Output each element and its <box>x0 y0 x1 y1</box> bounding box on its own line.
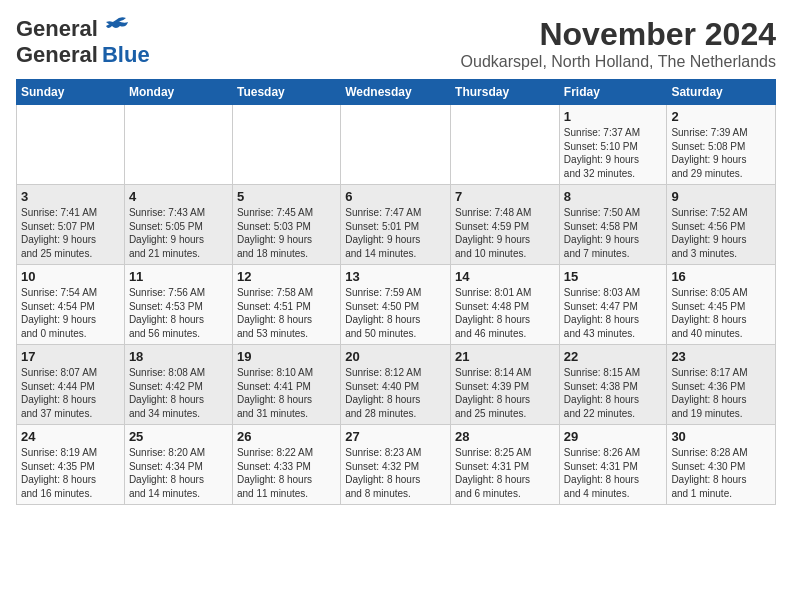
calendar-cell: 30Sunrise: 8:28 AM Sunset: 4:30 PM Dayli… <box>667 425 776 505</box>
header-sunday: Sunday <box>17 80 125 105</box>
day-info: Sunrise: 8:07 AM Sunset: 4:44 PM Dayligh… <box>21 366 120 420</box>
day-info: Sunrise: 7:39 AM Sunset: 5:08 PM Dayligh… <box>671 126 771 180</box>
logo: General General Blue <box>16 16 150 68</box>
calendar-cell: 15Sunrise: 8:03 AM Sunset: 4:47 PM Dayli… <box>559 265 667 345</box>
day-number: 30 <box>671 429 771 444</box>
day-info: Sunrise: 8:05 AM Sunset: 4:45 PM Dayligh… <box>671 286 771 340</box>
calendar-cell: 18Sunrise: 8:08 AM Sunset: 4:42 PM Dayli… <box>124 345 232 425</box>
day-number: 18 <box>129 349 228 364</box>
week-row-3: 10Sunrise: 7:54 AM Sunset: 4:54 PM Dayli… <box>17 265 776 345</box>
calendar-cell: 19Sunrise: 8:10 AM Sunset: 4:41 PM Dayli… <box>232 345 340 425</box>
calendar-cell: 12Sunrise: 7:58 AM Sunset: 4:51 PM Dayli… <box>232 265 340 345</box>
day-number: 2 <box>671 109 771 124</box>
day-info: Sunrise: 8:25 AM Sunset: 4:31 PM Dayligh… <box>455 446 555 500</box>
calendar-cell <box>451 105 560 185</box>
day-info: Sunrise: 7:47 AM Sunset: 5:01 PM Dayligh… <box>345 206 446 260</box>
week-row-4: 17Sunrise: 8:07 AM Sunset: 4:44 PM Dayli… <box>17 345 776 425</box>
page-header: General General Blue November 2024 Oudka… <box>16 16 776 71</box>
day-number: 27 <box>345 429 446 444</box>
day-info: Sunrise: 8:19 AM Sunset: 4:35 PM Dayligh… <box>21 446 120 500</box>
calendar-cell: 9Sunrise: 7:52 AM Sunset: 4:56 PM Daylig… <box>667 185 776 265</box>
logo-text: General <box>16 16 98 42</box>
day-info: Sunrise: 7:45 AM Sunset: 5:03 PM Dayligh… <box>237 206 336 260</box>
day-number: 11 <box>129 269 228 284</box>
calendar-cell: 22Sunrise: 8:15 AM Sunset: 4:38 PM Dayli… <box>559 345 667 425</box>
header-tuesday: Tuesday <box>232 80 340 105</box>
week-row-2: 3Sunrise: 7:41 AM Sunset: 5:07 PM Daylig… <box>17 185 776 265</box>
day-info: Sunrise: 7:50 AM Sunset: 4:58 PM Dayligh… <box>564 206 663 260</box>
week-row-1: 1Sunrise: 7:37 AM Sunset: 5:10 PM Daylig… <box>17 105 776 185</box>
calendar-table: SundayMondayTuesdayWednesdayThursdayFrid… <box>16 79 776 505</box>
day-number: 26 <box>237 429 336 444</box>
calendar-header-row: SundayMondayTuesdayWednesdayThursdayFrid… <box>17 80 776 105</box>
day-number: 19 <box>237 349 336 364</box>
header-monday: Monday <box>124 80 232 105</box>
calendar-cell <box>232 105 340 185</box>
calendar-cell: 8Sunrise: 7:50 AM Sunset: 4:58 PM Daylig… <box>559 185 667 265</box>
day-number: 25 <box>129 429 228 444</box>
calendar-cell: 16Sunrise: 8:05 AM Sunset: 4:45 PM Dayli… <box>667 265 776 345</box>
day-info: Sunrise: 7:54 AM Sunset: 4:54 PM Dayligh… <box>21 286 120 340</box>
day-number: 14 <box>455 269 555 284</box>
day-info: Sunrise: 7:41 AM Sunset: 5:07 PM Dayligh… <box>21 206 120 260</box>
day-number: 8 <box>564 189 663 204</box>
calendar-cell <box>341 105 451 185</box>
calendar-cell: 4Sunrise: 7:43 AM Sunset: 5:05 PM Daylig… <box>124 185 232 265</box>
calendar-cell <box>17 105 125 185</box>
main-title: November 2024 <box>461 16 776 53</box>
calendar-cell: 2Sunrise: 7:39 AM Sunset: 5:08 PM Daylig… <box>667 105 776 185</box>
day-number: 13 <box>345 269 446 284</box>
day-number: 6 <box>345 189 446 204</box>
day-info: Sunrise: 8:10 AM Sunset: 4:41 PM Dayligh… <box>237 366 336 420</box>
day-number: 15 <box>564 269 663 284</box>
calendar-cell: 26Sunrise: 8:22 AM Sunset: 4:33 PM Dayli… <box>232 425 340 505</box>
header-thursday: Thursday <box>451 80 560 105</box>
calendar-cell: 17Sunrise: 8:07 AM Sunset: 4:44 PM Dayli… <box>17 345 125 425</box>
day-number: 21 <box>455 349 555 364</box>
title-section: November 2024 Oudkarspel, North Holland,… <box>461 16 776 71</box>
day-number: 16 <box>671 269 771 284</box>
day-info: Sunrise: 8:17 AM Sunset: 4:36 PM Dayligh… <box>671 366 771 420</box>
calendar-cell: 14Sunrise: 8:01 AM Sunset: 4:48 PM Dayli… <box>451 265 560 345</box>
calendar-cell: 21Sunrise: 8:14 AM Sunset: 4:39 PM Dayli… <box>451 345 560 425</box>
calendar-cell: 29Sunrise: 8:26 AM Sunset: 4:31 PM Dayli… <box>559 425 667 505</box>
logo-general: General <box>16 42 98 68</box>
calendar-cell: 6Sunrise: 7:47 AM Sunset: 5:01 PM Daylig… <box>341 185 451 265</box>
day-info: Sunrise: 7:37 AM Sunset: 5:10 PM Dayligh… <box>564 126 663 180</box>
calendar-cell: 3Sunrise: 7:41 AM Sunset: 5:07 PM Daylig… <box>17 185 125 265</box>
calendar-cell: 10Sunrise: 7:54 AM Sunset: 4:54 PM Dayli… <box>17 265 125 345</box>
logo-blue: Blue <box>102 42 150 68</box>
day-number: 10 <box>21 269 120 284</box>
header-wednesday: Wednesday <box>341 80 451 105</box>
calendar-cell: 25Sunrise: 8:20 AM Sunset: 4:34 PM Dayli… <box>124 425 232 505</box>
day-number: 1 <box>564 109 663 124</box>
calendar-cell: 11Sunrise: 7:56 AM Sunset: 4:53 PM Dayli… <box>124 265 232 345</box>
header-friday: Friday <box>559 80 667 105</box>
day-number: 24 <box>21 429 120 444</box>
day-number: 20 <box>345 349 446 364</box>
day-number: 23 <box>671 349 771 364</box>
day-info: Sunrise: 7:48 AM Sunset: 4:59 PM Dayligh… <box>455 206 555 260</box>
day-info: Sunrise: 7:58 AM Sunset: 4:51 PM Dayligh… <box>237 286 336 340</box>
day-info: Sunrise: 8:12 AM Sunset: 4:40 PM Dayligh… <box>345 366 446 420</box>
calendar-cell: 27Sunrise: 8:23 AM Sunset: 4:32 PM Dayli… <box>341 425 451 505</box>
day-number: 29 <box>564 429 663 444</box>
subtitle: Oudkarspel, North Holland, The Netherlan… <box>461 53 776 71</box>
day-info: Sunrise: 8:01 AM Sunset: 4:48 PM Dayligh… <box>455 286 555 340</box>
day-number: 3 <box>21 189 120 204</box>
day-info: Sunrise: 7:56 AM Sunset: 4:53 PM Dayligh… <box>129 286 228 340</box>
day-number: 17 <box>21 349 120 364</box>
calendar-cell: 23Sunrise: 8:17 AM Sunset: 4:36 PM Dayli… <box>667 345 776 425</box>
calendar-cell: 1Sunrise: 7:37 AM Sunset: 5:10 PM Daylig… <box>559 105 667 185</box>
day-number: 7 <box>455 189 555 204</box>
week-row-5: 24Sunrise: 8:19 AM Sunset: 4:35 PM Dayli… <box>17 425 776 505</box>
day-info: Sunrise: 8:03 AM Sunset: 4:47 PM Dayligh… <box>564 286 663 340</box>
calendar-cell: 28Sunrise: 8:25 AM Sunset: 4:31 PM Dayli… <box>451 425 560 505</box>
calendar-cell: 5Sunrise: 7:45 AM Sunset: 5:03 PM Daylig… <box>232 185 340 265</box>
day-number: 12 <box>237 269 336 284</box>
day-info: Sunrise: 8:08 AM Sunset: 4:42 PM Dayligh… <box>129 366 228 420</box>
day-info: Sunrise: 8:28 AM Sunset: 4:30 PM Dayligh… <box>671 446 771 500</box>
day-number: 4 <box>129 189 228 204</box>
calendar-cell <box>124 105 232 185</box>
day-info: Sunrise: 7:43 AM Sunset: 5:05 PM Dayligh… <box>129 206 228 260</box>
